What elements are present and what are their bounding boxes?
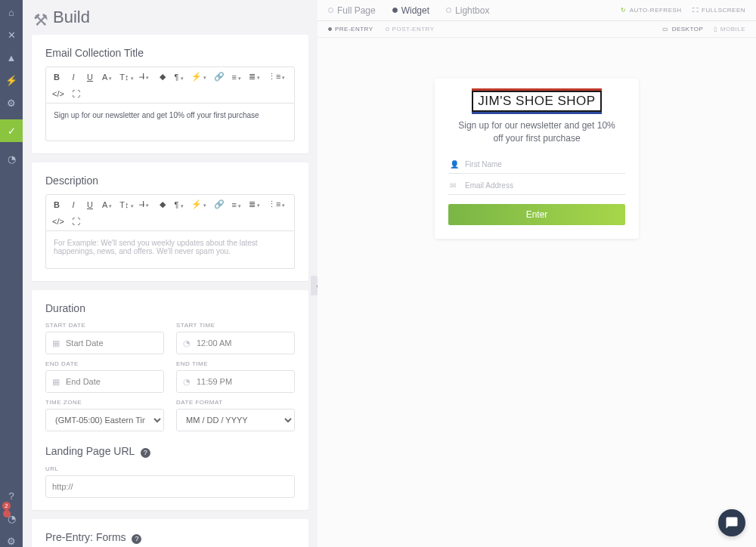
bold-button[interactable]: B (52, 73, 61, 82)
tab-full-page[interactable]: Full Page (328, 5, 376, 16)
tab-lightbox[interactable]: Lightbox (446, 5, 489, 16)
timezone-select[interactable]: (GMT-05:00) Eastern Time (US & Canada) (45, 409, 164, 431)
placeholder-text: First Name (465, 160, 502, 168)
card-duration: Duration START DATE ▦Start Date START TI… (32, 290, 308, 510)
font-color-button[interactable]: A (102, 73, 112, 82)
gears-icon[interactable]: ⚙ (5, 97, 17, 109)
first-name-field[interactable]: 👤First Name (448, 156, 625, 174)
drop-button[interactable]: ◆ (158, 199, 167, 209)
check-icon[interactable]: ✓ (0, 119, 23, 142)
tools-icon[interactable]: ✕ (5, 29, 17, 41)
font-size-button[interactable]: T↕ (119, 73, 133, 82)
shop-logo: JIM'S SHOE SHOP (472, 91, 601, 112)
font-size-button[interactable]: T↕ (119, 200, 133, 209)
subtab-mobile[interactable]: ▯MOBILE (714, 26, 745, 32)
start-time-input[interactable]: ◔12:00 AM (176, 332, 295, 354)
flame-icon[interactable]: ▲ (5, 51, 17, 63)
preview-state-tabs: PRE-ENTRY POST-ENTRY ▭DESKTOP ▯MOBILE (318, 21, 756, 38)
email-field[interactable]: ✉Email Address (448, 177, 625, 195)
list-button[interactable]: ≣ (249, 72, 260, 82)
bold-button[interactable]: B (52, 200, 61, 209)
enter-button[interactable]: Enter (448, 204, 625, 225)
clear-button[interactable]: ⚡ (191, 199, 206, 209)
clear-format-button[interactable]: I̶ (141, 199, 150, 209)
placeholder-text: Email Address (465, 181, 513, 190)
italic-button[interactable]: I (69, 73, 78, 82)
description-editor[interactable]: For Example: We'll send you weekly updat… (45, 231, 295, 269)
align-button[interactable]: ≡ (232, 73, 241, 82)
placeholder-text: http:// (52, 482, 73, 491)
title-editor[interactable]: Sign up for our newsletter and get 10% o… (45, 104, 295, 141)
paragraph-button[interactable]: ¶ (175, 200, 184, 209)
rte-toolbar: B I U A T↕ I̶ ◆ ¶ ⚡ 🔗 ≡ ≣ ⋮≡ </> ⛶ (45, 66, 295, 104)
preview-mode-tabs: Full Page Widget Lightbox ↻AUTO-REFRESH … (318, 0, 756, 21)
preview-canvas: JIM'S SHOE SHOP Sign up for our newslett… (318, 38, 756, 547)
preview-widget: JIM'S SHOE SHOP Sign up for our newslett… (435, 79, 639, 239)
mail-icon: ✉ (450, 181, 459, 190)
url-input[interactable]: http:// (45, 475, 295, 498)
ol-button[interactable]: ⋮≡ (268, 199, 285, 209)
underline-button[interactable]: U (85, 200, 94, 209)
value-text: 11:59 PM (197, 377, 232, 386)
auto-refresh-button[interactable]: ↻AUTO-REFRESH (621, 7, 681, 14)
clear-format-button[interactable]: I̶ (141, 72, 150, 82)
plug-icon[interactable]: ⚡ (5, 74, 17, 86)
list-button[interactable]: ≣ (249, 199, 260, 209)
help-icon[interactable]: ? (132, 534, 141, 544)
ol-button[interactable]: ⋮≡ (268, 72, 285, 82)
font-color-button[interactable]: A (102, 200, 112, 209)
end-date-input[interactable]: ▦End Date (45, 370, 164, 393)
subtab-desktop[interactable]: ▭DESKTOP (662, 26, 703, 32)
label: TIME ZONE (45, 399, 164, 406)
chat-launcher[interactable] (718, 509, 745, 536)
fullscreen-button[interactable]: ⛶FULLSCREEN (692, 7, 745, 14)
card-pre-entry-forms: Pre-Entry: Forms ? FORM ORDER 👤 Name TEX… (32, 519, 308, 547)
card-heading: Email Collection Title (45, 47, 295, 59)
placeholder-text: Start Date (66, 338, 104, 348)
notifications-icon[interactable]: ◔ (5, 512, 17, 524)
help-icon[interactable]: ? (5, 490, 17, 502)
underline-button[interactable]: U (85, 73, 94, 82)
code-button[interactable]: </> (52, 217, 64, 226)
desktop-icon: ▭ (662, 26, 669, 32)
notification-badge: 2 (2, 502, 11, 510)
start-date-input[interactable]: ▦Start Date (45, 332, 164, 354)
code-button[interactable]: </> (52, 89, 64, 98)
clear-button[interactable]: ⚡ (191, 72, 206, 82)
align-button[interactable]: ≡ (232, 200, 241, 209)
fullscreen-button[interactable]: ⛶ (72, 89, 81, 98)
end-time-input[interactable]: ◔11:59 PM (176, 370, 295, 393)
rte-toolbar: B I U A T↕ I̶ ◆ ¶ ⚡ 🔗 ≡ ≣ ⋮≡ </> ⛶ (45, 194, 295, 231)
drop-button[interactable]: ◆ (158, 72, 167, 82)
subtab-post-entry[interactable]: POST-ENTRY (386, 26, 435, 32)
card-heading: Description (45, 175, 295, 187)
clock-icon[interactable]: ◔ (5, 153, 17, 165)
label: END TIME (176, 360, 295, 367)
date-format-select[interactable]: MM / DD / YYYY (176, 409, 295, 431)
paragraph-button[interactable]: ¶ (175, 73, 184, 82)
value-text: 12:00 AM (197, 338, 231, 348)
widget-headline: Sign up for our newsletter and get 10% o… (448, 119, 625, 145)
mobile-icon: ▯ (714, 26, 717, 32)
subtab-pre-entry[interactable]: PRE-ENTRY (328, 26, 373, 32)
expand-icon: ⛶ (692, 7, 699, 14)
refresh-icon: ↻ (621, 7, 627, 14)
page-title-text: Build (53, 8, 90, 27)
clock-icon: ◔ (183, 338, 191, 348)
help-icon[interactable]: ? (141, 448, 150, 458)
card-description: Description B I U A T↕ I̶ ◆ ¶ ⚡ 🔗 ≡ ≣ ⋮≡… (32, 162, 308, 281)
card-email-title: Email Collection Title B I U A T↕ I̶ ◆ ¶… (32, 35, 308, 153)
tab-widget[interactable]: Widget (392, 5, 429, 16)
link-button[interactable]: 🔗 (214, 72, 225, 82)
card-heading: Duration (45, 302, 295, 314)
home-icon[interactable]: ⌂ (5, 6, 17, 18)
person-icon: 👤 (450, 160, 459, 168)
link-button[interactable]: 🔗 (214, 199, 225, 209)
label: START DATE (45, 322, 164, 329)
build-panel: ⚒ Build Email Collection Title B I U A T… (23, 0, 318, 547)
label: URL (45, 465, 295, 472)
fullscreen-button[interactable]: ⛶ (72, 217, 81, 226)
settings-icon[interactable]: ⚙ (5, 535, 17, 547)
label: END DATE (45, 360, 164, 367)
italic-button[interactable]: I (69, 200, 78, 209)
